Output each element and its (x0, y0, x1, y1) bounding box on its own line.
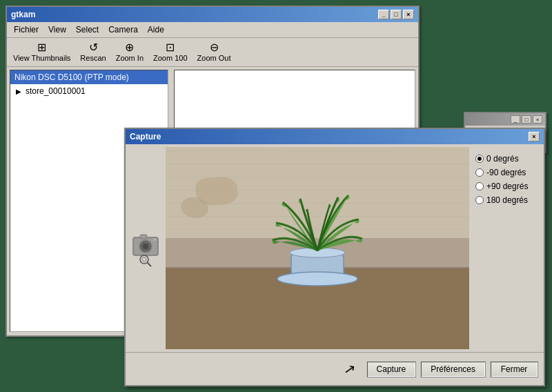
radio-180-indicator (475, 196, 484, 204)
svg-rect-3 (140, 235, 147, 239)
svg-point-9 (279, 273, 355, 284)
radio-plus90-indicator (475, 182, 484, 190)
capture-body: 0 degrés -90 degrés +90 degrés 180 degré… (126, 144, 544, 352)
zoom-out-icon: ⊖ (210, 42, 219, 53)
zoom-in-icon: ⊕ (125, 42, 134, 53)
capture-action-label: Capture (377, 364, 406, 374)
rotation-plus90-label: +90 degrés (486, 182, 528, 191)
minimize-button[interactable]: _ (378, 10, 389, 19)
rotation-0-label: 0 degrés (486, 154, 519, 164)
camera-icon (130, 229, 161, 259)
photo-preview (166, 147, 469, 349)
svg-line-7 (148, 262, 152, 266)
rotation-0[interactable]: 0 degrés (475, 154, 538, 164)
capture-title-bar: Capture × (126, 129, 544, 144)
menu-fichier[interactable]: Fichier (10, 23, 43, 36)
rotation-minus90[interactable]: -90 degrés (475, 168, 538, 177)
svg-point-5 (144, 244, 148, 248)
menu-select[interactable]: Select (72, 23, 103, 36)
rotation-180-label: 180 degrés (486, 195, 528, 205)
menu-view[interactable]: View (44, 23, 70, 36)
menu-bar: Fichier View Select Camera Aide (7, 22, 418, 38)
svg-point-12 (277, 272, 357, 286)
secondary-minimize[interactable]: _ (511, 115, 520, 124)
zoom-in-label: Zoom In (116, 54, 144, 62)
floor-line (166, 267, 469, 268)
preferences-button[interactable]: Préférences (420, 361, 486, 378)
main-window-title: gtkam (11, 10, 35, 19)
capture-window-title: Capture (130, 132, 161, 141)
radio-minus90-indicator (475, 168, 484, 177)
capture-window-controls: × (529, 132, 540, 141)
capture-action-button[interactable]: Capture (366, 361, 417, 378)
wall-texture (166, 147, 469, 268)
close-button[interactable]: × (403, 10, 414, 19)
camera-icon-area (128, 147, 163, 349)
fermer-label: Fermer (501, 364, 528, 374)
menu-aide[interactable]: Aide (144, 23, 168, 36)
rotation-minus90-label: -90 degrés (486, 168, 526, 177)
rotation-options: 0 degrés -90 degrés +90 degrés 180 degré… (472, 147, 541, 349)
view-thumbnails-label: View Thumbnails (13, 54, 70, 62)
view-thumbnails-icon: ⊞ (37, 42, 46, 53)
zoom-out-button[interactable]: ⊖ Zoom Out (194, 40, 235, 64)
secondary-maximize[interactable]: □ (522, 115, 531, 124)
capture-footer: ↖ Capture Préférences Fermer (126, 352, 544, 385)
menu-camera[interactable]: Camera (104, 23, 142, 36)
maximize-button[interactable]: □ (391, 10, 402, 19)
svg-point-4 (153, 238, 156, 241)
rotation-180[interactable]: 180 degrés (475, 195, 538, 205)
secondary-close[interactable]: × (533, 115, 542, 124)
view-thumbnails-button[interactable]: ⊞ View Thumbnails (10, 40, 74, 64)
rescan-icon: ↺ (89, 42, 98, 53)
main-title-bar: gtkam _ □ × (7, 7, 418, 22)
zoom-100-icon: ⊡ (166, 42, 175, 53)
zoom-100-button[interactable]: ⊡ Zoom 100 (150, 40, 191, 64)
plant-scene (166, 147, 469, 349)
tree-expand-arrow: ▶ (16, 88, 23, 95)
rotation-plus90[interactable]: +90 degrés (475, 182, 538, 191)
rescan-label: Rescan (80, 54, 106, 62)
preferences-label: Préférences (431, 364, 475, 374)
tree-item-label: store_00010001 (26, 86, 86, 96)
toolbar: ⊞ View Thumbnails ↺ Rescan ⊕ Zoom In ⊡ Z… (7, 38, 418, 67)
camera-tree-header: Nikon DSC D5100 (PTP mode) (10, 70, 168, 84)
camera-name: Nikon DSC D5100 (PTP mode) (14, 72, 129, 82)
rescan-button[interactable]: ↺ Rescan (77, 40, 109, 64)
zoom-out-label: Zoom Out (197, 54, 231, 62)
cursor-arrow-icon: ↖ (342, 360, 357, 378)
secondary-title-bar: _ □ × (465, 113, 545, 126)
tree-item-store[interactable]: ▶ store_00010001 (10, 84, 168, 98)
radio-0-indicator (475, 155, 484, 163)
capture-close-button[interactable]: × (529, 132, 540, 141)
fermer-button[interactable]: Fermer (490, 361, 538, 378)
zoom-in-button[interactable]: ⊕ Zoom In (112, 40, 147, 64)
capture-window: Capture × (124, 128, 545, 386)
zoom-100-label: Zoom 100 (153, 54, 188, 62)
main-window-controls: _ □ × (378, 10, 414, 19)
